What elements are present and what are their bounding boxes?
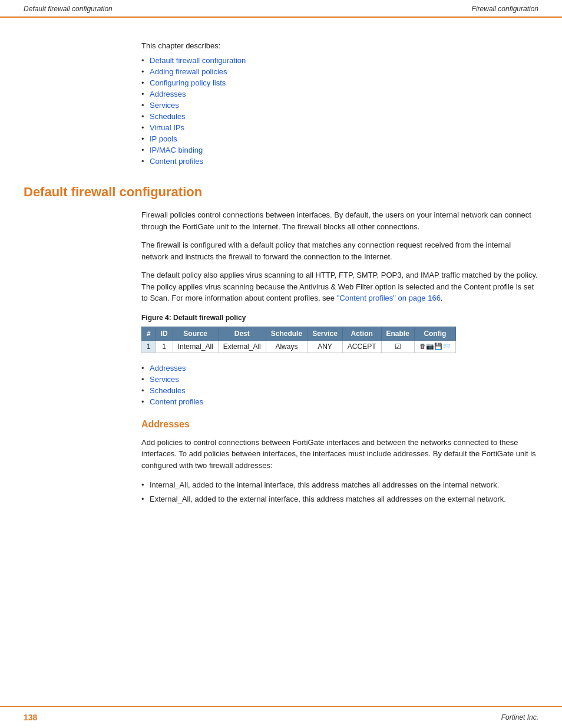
cell-action: ACCEPT — [342, 340, 381, 353]
cell-service: ANY — [308, 340, 343, 353]
page: Default firewall configuration Firewall … — [0, 0, 562, 728]
list-item: Schedules — [141, 385, 538, 396]
link-services-2[interactable]: Services — [150, 375, 179, 384]
link-content-profiles-ref[interactable]: "Content profiles" on page 166 — [337, 294, 441, 302]
list-item: Schedules — [141, 111, 538, 122]
list-item: Addresses — [141, 363, 538, 374]
section1-bullet-links: Addresses Services Schedules Content pro… — [141, 363, 538, 407]
list-item: Addresses — [141, 88, 538, 100]
para3-text-end: . — [441, 294, 443, 302]
link-addresses-2[interactable]: Addresses — [150, 364, 186, 373]
list-item: IP pools — [141, 133, 538, 144]
link-services-1[interactable]: Services — [150, 101, 179, 110]
link-schedules[interactable]: Schedules — [150, 112, 186, 121]
cell-id: 1 — [156, 340, 173, 353]
list-item: IP/MAC binding — [141, 144, 538, 156]
col-header-dest: Dest — [218, 327, 266, 340]
intro-section: This chapter describes: Default firewall… — [141, 41, 538, 167]
list-item: Services — [141, 100, 538, 111]
figure-caption: Figure 4: Default firewall policy — [141, 314, 538, 322]
addresses-para1: Add policies to control connections betw… — [141, 437, 538, 472]
col-header-enable: Enable — [381, 327, 414, 340]
list-item: Content profiles — [141, 156, 538, 167]
page-content: This chapter describes: Default firewall… — [0, 18, 562, 548]
footer-company: Fortinet Inc. — [501, 713, 538, 722]
section1-para1: Firewall policies control connections be… — [141, 209, 538, 232]
intro-links-list: Default firewall configuration Adding fi… — [141, 55, 538, 167]
policy-table: # ID Source Dest Schedule Service Action… — [141, 327, 456, 353]
policy-table-wrapper: # ID Source Dest Schedule Service Action… — [141, 327, 538, 353]
header-left: Default firewall configuration — [24, 5, 113, 13]
list-item: Content profiles — [141, 396, 538, 407]
link-adding-policies[interactable]: Adding firewall policies — [150, 67, 227, 76]
section1-para2: The firewall is configured with a defaul… — [141, 239, 538, 262]
link-configuring-policy[interactable]: Configuring policy lists — [150, 78, 226, 87]
header-right: Firewall configuration — [472, 5, 538, 13]
table-row: 1 1 Internal_All External_All Always ANY… — [142, 340, 456, 353]
list-item: Virtual IPs — [141, 122, 538, 133]
link-content-profiles-2[interactable]: Content profiles — [150, 397, 203, 406]
cell-hash: 1 — [142, 340, 156, 353]
page-header: Default firewall configuration Firewall … — [0, 0, 562, 18]
link-ipmac-binding[interactable]: IP/MAC binding — [150, 146, 203, 154]
col-header-id: ID — [156, 327, 173, 340]
col-header-service: Service — [308, 327, 343, 340]
addresses-bullets: Internal_All, added to the internal inte… — [141, 478, 538, 506]
list-item: Adding firewall policies — [141, 66, 538, 77]
chapter-text: This chapter describes: — [141, 41, 538, 50]
cell-source: Internal_All — [173, 340, 218, 353]
cell-dest: External_All — [218, 340, 266, 353]
page-number: 138 — [24, 713, 37, 722]
col-header-hash: # — [142, 327, 156, 340]
link-addresses[interactable]: Addresses — [150, 90, 186, 98]
list-item: Configuring policy lists — [141, 77, 538, 88]
list-item: Internal_All, added to the internal inte… — [141, 478, 538, 492]
addresses-bullet-1: Internal_All, added to the internal inte… — [150, 480, 499, 489]
link-ip-pools[interactable]: IP pools — [150, 134, 177, 143]
col-header-config: Config — [414, 327, 455, 340]
col-header-schedule: Schedule — [266, 327, 307, 340]
list-item: Services — [141, 374, 538, 385]
cell-config: 🗑📷💾📨 — [414, 340, 455, 353]
link-schedules-2[interactable]: Schedules — [150, 386, 186, 395]
addresses-bullet-2: External_All, added to the external inte… — [150, 495, 506, 503]
col-header-source: Source — [173, 327, 218, 340]
link-default-firewall[interactable]: Default firewall configuration — [150, 56, 246, 65]
col-header-action: Action — [342, 327, 381, 340]
page-footer: 138 Fortinet Inc. — [0, 706, 562, 728]
link-virtual-ips[interactable]: Virtual IPs — [150, 123, 184, 132]
list-item: Default firewall configuration — [141, 55, 538, 66]
cell-schedule: Always — [266, 340, 307, 353]
list-item: External_All, added to the external inte… — [141, 492, 538, 506]
section1-para3: The default policy also applies virus sc… — [141, 269, 538, 304]
link-content-profiles-intro[interactable]: Content profiles — [150, 157, 203, 166]
cell-enable: ☑ — [381, 340, 414, 353]
section1-title: Default firewall configuration — [24, 185, 538, 200]
subsection-addresses-title: Addresses — [141, 419, 538, 430]
